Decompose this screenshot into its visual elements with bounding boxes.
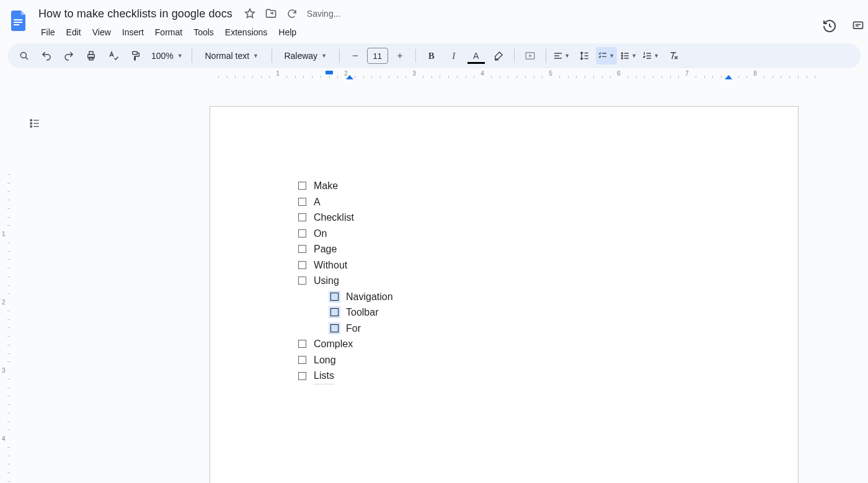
text-color-button[interactable]: A: [466, 47, 487, 64]
menu-help[interactable]: Help: [273, 25, 301, 40]
dropdown-arrow-icon: ▼: [253, 53, 259, 59]
checkbox-icon[interactable]: [298, 198, 306, 206]
move-icon[interactable]: [265, 7, 277, 20]
document-outline-icon[interactable]: [26, 115, 43, 132]
checkbox-icon[interactable]: [298, 372, 306, 380]
vertical-ruler[interactable]: 12345: [0, 106, 11, 483]
checklist-text[interactable]: Without: [314, 257, 347, 273]
title-bar: How to make checklists in google docs Sa…: [0, 0, 868, 40]
first-line-indent-marker[interactable]: [326, 71, 333, 74]
checklist-button[interactable]: ▼: [596, 47, 617, 64]
italic-button[interactable]: I: [443, 47, 464, 64]
spellcheck-icon[interactable]: [103, 47, 124, 64]
checklist-item[interactable]: Using: [298, 273, 393, 289]
checklist-text[interactable]: Checklist: [314, 210, 354, 226]
workspace: 12345 Make A Checklist On Page Without U…: [0, 96, 868, 483]
svg-point-13: [30, 120, 32, 122]
checkbox-icon[interactable]: [298, 245, 306, 253]
checklist-text[interactable]: On: [314, 226, 327, 242]
right-indent-marker[interactable]: [725, 75, 732, 79]
checklist-item-nested[interactable]: Toolbar: [330, 304, 393, 321]
star-icon[interactable]: [244, 7, 256, 20]
checklist-text[interactable]: Make: [314, 178, 338, 194]
separator: [339, 49, 340, 63]
menu-edit[interactable]: Edit: [61, 25, 86, 40]
checklist-item-nested[interactable]: Navigation: [330, 289, 393, 305]
checklist-text[interactable]: A: [314, 194, 321, 210]
checklist-item[interactable]: Lists: [298, 368, 393, 384]
redo-icon[interactable]: [58, 47, 79, 64]
zoom-value: 100%: [151, 51, 174, 61]
dropdown-arrow-icon: ▼: [177, 53, 183, 59]
comments-icon[interactable]: [852, 15, 864, 37]
checklist-item[interactable]: Make: [298, 178, 393, 194]
checklist-text[interactable]: Page: [314, 241, 337, 257]
document-title[interactable]: How to make checklists in google docs: [36, 6, 235, 22]
checklist-text[interactable]: Navigation: [346, 289, 393, 305]
separator: [192, 49, 192, 63]
font-family-select[interactable]: Raleway▼: [277, 47, 334, 64]
page[interactable]: Make A Checklist On Page Without Using N…: [210, 106, 799, 483]
checklist-text[interactable]: Using: [314, 273, 339, 289]
checklist-item[interactable]: Without: [298, 257, 393, 273]
checkbox-icon[interactable]: [298, 340, 306, 348]
checkbox-icon[interactable]: [298, 229, 306, 237]
font-family-value: Raleway: [284, 51, 317, 61]
checklist-text[interactable]: Long: [314, 352, 336, 368]
checkbox-icon[interactable]: [298, 182, 306, 190]
checkbox-icon[interactable]: [298, 261, 306, 269]
menu-bar: File Edit View Insert Format Tools Exten…: [36, 25, 340, 40]
menu-view[interactable]: View: [87, 25, 116, 40]
checkbox-icon[interactable]: [330, 308, 339, 316]
zoom-select[interactable]: 100%▼: [148, 47, 187, 64]
line-spacing-button[interactable]: [574, 47, 595, 64]
checkbox-icon[interactable]: [330, 293, 339, 301]
checkbox-icon[interactable]: [330, 324, 339, 332]
dropdown-arrow-icon: ▼: [609, 53, 614, 59]
insert-image-button[interactable]: [520, 47, 541, 64]
numbered-list-button[interactable]: ▼: [640, 47, 662, 64]
menu-tools[interactable]: Tools: [188, 25, 219, 40]
horizontal-ruler[interactable]: 12345678: [0, 71, 868, 82]
cloud-sync-icon[interactable]: [286, 7, 298, 20]
svg-rect-6: [89, 51, 93, 55]
history-icon[interactable]: [818, 15, 841, 37]
checklist-item[interactable]: Page: [298, 241, 393, 257]
paragraph-style-select[interactable]: Normal text▼: [197, 47, 267, 64]
menu-insert[interactable]: Insert: [117, 25, 149, 40]
left-indent-marker[interactable]: [346, 75, 353, 79]
bold-button[interactable]: B: [421, 47, 442, 64]
checkbox-icon[interactable]: [298, 356, 306, 364]
menu-file[interactable]: File: [36, 25, 60, 40]
checklist-text[interactable]: Complex: [314, 336, 353, 352]
checklist-text[interactable]: Lists: [314, 368, 334, 384]
checklist-item[interactable]: On: [298, 226, 393, 242]
bulleted-list-button[interactable]: ▼: [618, 47, 639, 64]
dropdown-arrow-icon: ▼: [653, 53, 659, 59]
highlight-button[interactable]: [488, 47, 509, 64]
checklist-item[interactable]: A: [298, 194, 393, 210]
paint-format-icon[interactable]: [125, 47, 146, 64]
undo-icon[interactable]: [36, 47, 57, 64]
checklist-text[interactable]: Toolbar: [346, 304, 378, 321]
docs-logo-icon[interactable]: [7, 9, 30, 31]
svg-point-10: [622, 53, 623, 54]
checkbox-icon[interactable]: [298, 213, 306, 221]
document-content[interactable]: Make A Checklist On Page Without Using N…: [298, 178, 393, 384]
menu-format[interactable]: Format: [150, 25, 187, 40]
checklist-item[interactable]: Complex: [298, 336, 393, 352]
font-size-increase-button[interactable]: [389, 47, 410, 64]
font-size-input[interactable]: [367, 48, 388, 64]
font-size-decrease-button[interactable]: [345, 47, 366, 64]
menu-extensions[interactable]: Extensions: [220, 25, 272, 40]
checklist-item[interactable]: Long: [298, 352, 393, 368]
checkbox-icon[interactable]: [298, 277, 306, 285]
print-icon[interactable]: [81, 47, 102, 64]
checklist-item[interactable]: Checklist: [298, 210, 393, 226]
checklist-text[interactable]: For: [346, 321, 361, 337]
clear-formatting-button[interactable]: [663, 47, 684, 64]
align-button[interactable]: ▼: [551, 47, 572, 64]
search-menus-icon[interactable]: [14, 47, 35, 64]
checklist-item-nested[interactable]: For: [330, 321, 393, 337]
separator: [272, 49, 272, 63]
